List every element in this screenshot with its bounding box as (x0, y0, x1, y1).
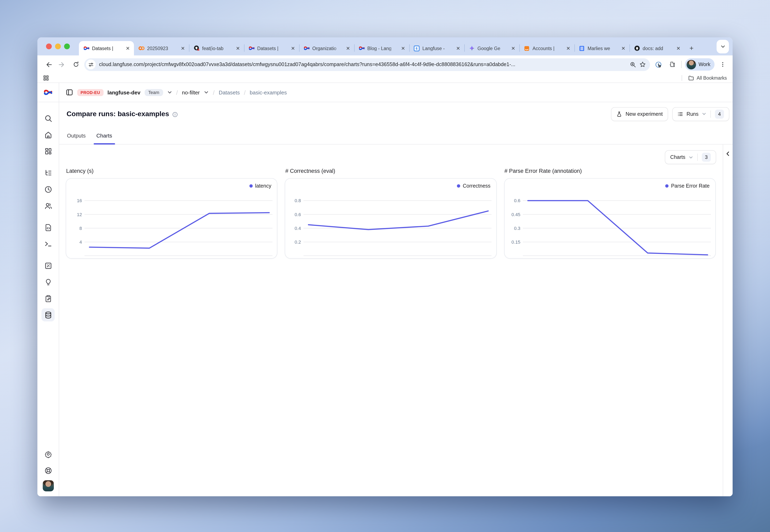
tab-title: 20250923 (147, 46, 177, 51)
back-button[interactable] (42, 59, 54, 70)
sidebar-item-annotation[interactable] (41, 292, 55, 305)
profile-chip[interactable]: Work (685, 58, 715, 71)
profile-name: Work (699, 62, 710, 67)
logo-cell[interactable] (37, 83, 59, 102)
forward-button[interactable] (56, 59, 68, 70)
breadcrumb-separator: / (176, 89, 178, 96)
breadcrumb-org[interactable]: langfuse-dev (107, 89, 140, 95)
close-tab-icon[interactable]: ✕ (455, 45, 461, 52)
site-settings-icon[interactable] (86, 60, 96, 69)
close-tab-icon[interactable]: ✕ (675, 45, 682, 52)
langfuse-sync-icon (248, 45, 255, 52)
address-bar[interactable]: cloud.langfuse.com/project/cmfwgv8fx002o… (84, 58, 650, 71)
close-tab-icon[interactable]: ✕ (620, 45, 627, 52)
sidebar-item-dashboards[interactable] (41, 144, 55, 158)
runs-count-badge: 4 (715, 109, 724, 118)
charts-dropdown-button[interactable]: Charts 3 (665, 150, 716, 164)
bookmarks-divider (682, 75, 682, 81)
zoom-page-button[interactable] (630, 61, 636, 68)
sidebar-item-judge[interactable] (41, 275, 55, 289)
tab-list: Datasets |✕20250923✕feat(io-tab✕Datasets… (79, 41, 685, 55)
browser-tab[interactable]: 20250923✕ (134, 41, 189, 55)
browser-tab[interactable]: Blog - Lang✕ (354, 41, 409, 55)
sidebar-item-settings[interactable] (41, 447, 55, 461)
panel-left-icon[interactable] (66, 89, 73, 96)
sidebar-item-search[interactable] (41, 112, 55, 125)
sidebar-item-datasets[interactable] (41, 308, 55, 321)
charts-panel: Charts 3 Latency (s)161284latency# Corre… (59, 144, 723, 496)
folder-icon (688, 75, 694, 81)
sidebar-item-prompts[interactable] (41, 221, 55, 234)
browser-tab[interactable]: Datasets |✕ (79, 41, 134, 55)
tab-outputs[interactable]: Outputs (67, 133, 86, 144)
browser-tab[interactable]: Accounts |✕ (519, 41, 574, 55)
breadcrumb-dataset-link[interactable]: basic-examples (250, 89, 287, 95)
tab-search-menu-button[interactable] (717, 40, 729, 53)
runs-button[interactable]: Runs 4 (672, 107, 729, 121)
breadcrumb: PROD-EU langfuse-dev Team / no-filter / … (59, 83, 733, 102)
breadcrumb-project[interactable]: no-filter (182, 89, 200, 95)
browser-tab[interactable]: Datasets |✕ (244, 41, 299, 55)
chart-card: 0.60.450.30.15Parse Error Rate (504, 178, 716, 259)
close-tab-icon[interactable]: ✕ (179, 45, 186, 52)
sidebar-item-home[interactable] (41, 128, 55, 141)
close-window-button[interactable] (46, 44, 52, 49)
reload-button[interactable] (70, 59, 82, 70)
list-tree-icon (44, 169, 52, 177)
sidebar-item-support[interactable] (41, 464, 55, 477)
close-tab-icon[interactable]: ✕ (510, 45, 516, 52)
browser-tab[interactable]: 6Langfuse -✕ (409, 41, 464, 55)
close-tab-icon[interactable]: ✕ (290, 45, 296, 52)
chart-legend: latency (249, 183, 271, 189)
charts-grid: Latency (s)161284latency# Correctness (e… (59, 144, 723, 259)
home-icon (44, 131, 52, 139)
sidebar-item-users[interactable] (41, 199, 55, 212)
browser-menu-button[interactable] (717, 59, 729, 70)
browser-tab[interactable]: Organizatio✕ (299, 41, 354, 55)
apps-grid-icon[interactable] (43, 75, 49, 81)
sidebar-item-playground[interactable] (41, 237, 55, 250)
browser-tab[interactable]: Google Ge✕ (464, 41, 519, 55)
tab-charts[interactable]: Charts (96, 133, 112, 144)
close-tab-icon[interactable]: ✕ (235, 45, 241, 52)
chart-title: Latency (s) (66, 168, 278, 174)
chart-title: # Parse Error Rate (annotation) (504, 168, 716, 174)
browser-tab[interactable]: Marlies we✕ (574, 41, 630, 55)
new-experiment-button[interactable]: New experiment (611, 107, 668, 121)
close-tab-icon[interactable]: ✕ (400, 45, 406, 52)
langfuse-icon (303, 45, 310, 52)
sidebar-item-sessions[interactable] (41, 183, 55, 196)
tab-title: feat(io-tab (202, 46, 232, 51)
langfuse-icon (83, 45, 89, 52)
svg-text:16: 16 (77, 198, 82, 203)
close-tab-icon[interactable]: ✕ (124, 45, 131, 52)
sidebar-item-evaluators[interactable] (41, 259, 55, 272)
collapse-panel-button[interactable] (725, 151, 731, 156)
new-tab-button[interactable]: + (686, 43, 697, 54)
sidebar-item-tracing[interactable] (41, 166, 55, 179)
forward-arrow-icon (59, 61, 65, 68)
close-tab-icon[interactable]: ✕ (565, 45, 571, 52)
button-divider (710, 110, 711, 118)
project-switcher[interactable] (204, 90, 209, 95)
all-bookmarks[interactable]: All Bookmarks (682, 75, 727, 81)
page-title: Compare runs: basic-examples (67, 110, 169, 118)
bookmark-star-button[interactable] (639, 61, 646, 68)
clipboard-pen-icon (44, 295, 52, 302)
minimize-window-button[interactable] (55, 44, 61, 49)
maximize-window-button[interactable] (64, 44, 70, 49)
url-text[interactable]: cloud.langfuse.com/project/cmfwgv8fx002o… (99, 62, 627, 67)
chart-column: # Parse Error Rate (annotation)0.60.450.… (504, 168, 716, 259)
breadcrumb-datasets-link[interactable]: Datasets (219, 89, 240, 95)
org-switcher[interactable] (167, 90, 172, 95)
browser-tab[interactable]: docs: add✕ (630, 41, 685, 55)
chart-legend: Parse Error Rate (665, 183, 710, 189)
user-avatar[interactable] (42, 480, 54, 491)
close-tab-icon[interactable]: ✕ (345, 45, 351, 52)
info-icon[interactable] (172, 111, 178, 117)
back-arrow-icon (45, 61, 52, 68)
password-manager-button[interactable] (653, 59, 664, 70)
browser-tab[interactable]: feat(io-tab✕ (189, 41, 244, 55)
extensions-button[interactable] (667, 59, 678, 70)
breadcrumb-separator: / (213, 89, 215, 96)
